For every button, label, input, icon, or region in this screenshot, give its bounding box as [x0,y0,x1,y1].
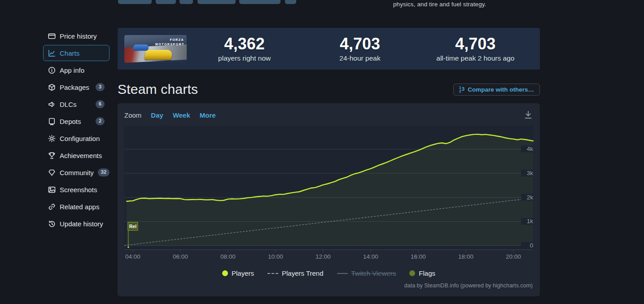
svg-text:04:00: 04:00 [125,253,140,260]
tag-pill[interactable] [239,0,280,4]
sidebar-item-label: Update history [60,220,103,228]
svg-text:3k: 3k [527,170,534,176]
yellow-car-art [144,50,172,60]
sidebar-item-related-apps[interactable]: Related apps [43,198,110,215]
compare-with-others-button[interactable]: 1 2 3 Compare with others… [453,84,540,96]
count-badge: 2 [96,117,105,125]
app-info-icon [48,66,56,74]
sidebar-item-screenshots[interactable]: Screenshots [43,181,110,198]
count-badge: 6 [96,100,105,108]
sidebar-item-packages[interactable]: Packages3 [43,79,110,95]
alltime-peak-value: 4,703 [418,35,533,53]
range-day-link[interactable]: Day [151,111,163,119]
svg-text:18:00: 18:00 [458,253,473,260]
svg-text:10:00: 10:00 [268,253,283,260]
sidebar-item-app-info[interactable]: App info [43,62,110,78]
update-history-icon [48,220,56,228]
svg-text:20:00: 20:00 [506,253,521,260]
legend-label: Players [232,269,254,277]
dlcs-icon [48,101,56,108]
players-now-value: 4,362 [187,35,302,53]
related-apps-icon [48,203,56,211]
tag-pill[interactable] [156,0,176,4]
stat-24h-peak: 4,703 24-hour peak [302,35,417,62]
chart-legend: PlayersPlayers TrendTwitch ViewersFlags [118,269,540,277]
svg-text:16:00: 16:00 [411,253,426,260]
svg-text:0: 0 [530,242,533,249]
player-stats-panel: FORZA MOTORSPORT 4,362 players right now… [118,28,540,70]
legend-item-players-trend[interactable]: Players Trend [267,269,324,277]
depots-icon [48,118,56,125]
sidebar-item-price-history[interactable]: Price history [43,28,110,44]
sidebar-item-achievements[interactable]: Achievements [43,147,110,163]
blue-car-art [133,44,149,51]
page-title: Steam charts [118,82,198,97]
svg-text:06:00: 06:00 [173,253,188,260]
price-history-icon [48,32,56,40]
svg-text:4k: 4k [527,145,534,152]
sidebar-item-dlcs[interactable]: DLCs6 [43,96,110,112]
svg-text:1k: 1k [527,218,534,225]
count-badge: 32 [98,168,110,176]
game-logo-text: FORZA MOTORSPORT [155,38,184,47]
svg-text:12:00: 12:00 [315,253,331,260]
players-chart[interactable]: Rel04:0006:0008:0010:0012:0014:0016:0018… [118,126,540,260]
legend-marker [222,270,228,276]
compare-icon: 1 2 3 [459,86,464,93]
sidebar-item-depots[interactable]: Depots2 [43,113,110,129]
range-week-link[interactable]: Week [173,111,190,119]
chart-credits: data by SteamDB.info (powered by highcha… [404,282,533,289]
sidebar-item-label: Charts [60,49,79,57]
tag-pill[interactable] [118,0,152,4]
sidebar-item-label: Achievements [60,152,102,159]
configuration-icon [48,135,56,142]
screenshots-icon [48,186,56,194]
legend-item-flags[interactable]: Flags [409,269,435,277]
legend-marker [409,270,415,276]
achievements-icon [48,152,56,159]
sidebar-item-label: Packages [60,84,89,91]
legend-marker [337,273,348,274]
svg-text:08:00: 08:00 [220,253,236,260]
zoom-label: Zoom [124,111,141,119]
legend-marker [267,273,278,274]
game-description-text: physics, and tire and fuel strategy. [393,1,486,8]
charts-icon [48,49,56,57]
sidebar-item-label: Configuration [60,135,100,142]
compare-button-label: Compare with others… [468,86,534,93]
sidebar-item-configuration[interactable]: Configuration [43,130,110,146]
sidebar-item-label: Screenshots [60,186,97,194]
range-more-link[interactable]: More [200,111,216,119]
community-icon [48,169,56,176]
sidebar-item-label: Depots [60,118,81,125]
legend-item-players[interactable]: Players [222,269,254,277]
sidebar-item-update-history[interactable]: Update history [43,216,110,232]
sidebar-item-label: Price history [60,32,97,40]
svg-text:2k: 2k [527,194,534,201]
legend-item-twitch-viewers[interactable]: Twitch Viewers [337,269,396,277]
tag-pill[interactable] [285,0,296,4]
alltime-peak-label: all-time peak 2 hours ago [418,54,533,62]
svg-text:14:00: 14:00 [363,253,378,260]
sidebar-item-charts[interactable]: Charts [43,45,110,61]
count-badge: 3 [96,83,105,91]
tag-pill[interactable] [197,0,236,4]
stat-alltime-peak: 4,703 all-time peak 2 hours ago [418,35,533,62]
sidebar-item-label: Related apps [60,203,99,211]
stat-players-now: 4,362 players right now [187,35,302,62]
download-chart-icon[interactable] [523,110,534,120]
legend-label: Twitch Viewers [351,269,396,277]
sidebar: Price historyChartsApp infoPackages3DLCs… [43,28,110,233]
sidebar-item-label: DLCs [60,101,77,108]
packages-icon [48,84,56,91]
sidebar-item-community[interactable]: Community32 [43,164,110,181]
legend-label: Players Trend [282,269,324,277]
sidebar-item-label: App info [60,66,84,74]
sidebar-item-label: Community [60,169,94,176]
tag-pill[interactable] [180,0,193,4]
peak-24h-value: 4,703 [302,35,417,53]
peak-24h-label: 24-hour peak [302,54,417,62]
svg-text:Rel: Rel [129,224,136,229]
steam-charts-panel: Zoom Day Week More Rel04:0006:0008:0010:… [118,103,540,296]
players-now-label: players right now [187,54,302,62]
